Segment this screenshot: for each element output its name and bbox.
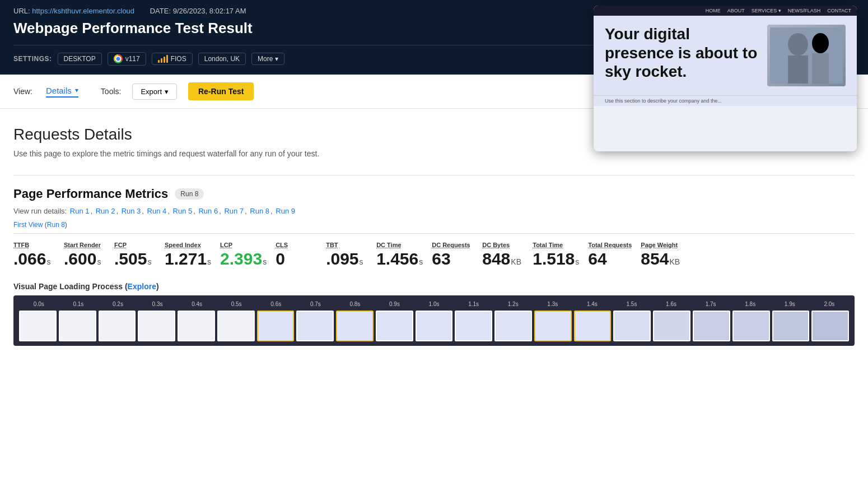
- run-link-5[interactable]: Run 5: [173, 207, 193, 215]
- run-links: View run details: Run 1, Run 2, Run 3, R…: [13, 207, 855, 215]
- header-bar: URL: https://kshthuvr.elementor.cloud DA…: [0, 0, 868, 75]
- metric-item-fcp: FCP .505s: [114, 239, 165, 271]
- run-badge: Run 8: [175, 188, 204, 200]
- timeline-frame[interactable]: [494, 311, 532, 341]
- export-button[interactable]: Export ▾: [132, 84, 177, 100]
- view-label: View:: [13, 87, 32, 96]
- frame-inner: [218, 312, 254, 340]
- timeline-frame[interactable]: [574, 311, 612, 341]
- run-link-3[interactable]: Run 3: [122, 207, 141, 215]
- frame-inner: [100, 312, 135, 340]
- fios-label: FIOS: [171, 55, 186, 63]
- metric-label: DC Time: [376, 242, 423, 248]
- view-select[interactable]: Details ▾: [46, 86, 78, 98]
- metric-value: 848KB: [482, 249, 524, 268]
- timeline-frame[interactable]: [138, 311, 175, 341]
- timeline-tick: 1.2s: [493, 301, 533, 307]
- thumb-image-block: [767, 25, 846, 86]
- timeline-frame[interactable]: [772, 311, 810, 341]
- metric-unit: KB: [669, 257, 680, 266]
- date-label: DATE: 9/26/2023, 8:02:17 AM: [150, 7, 246, 15]
- timeline-container: 0.0s0.1s0.2s0.3s0.4s0.5s0.6s0.7s0.8s0.9s…: [13, 295, 855, 346]
- desktop-badge: DESKTOP: [58, 53, 102, 65]
- timeline-frame[interactable]: [613, 311, 651, 341]
- bars-icon: [158, 55, 168, 63]
- timeline-tick: 2.0s: [810, 301, 850, 307]
- url-link[interactable]: https://kshthuvr.elementor.cloud: [32, 7, 134, 15]
- timeline-frame[interactable]: [653, 311, 690, 341]
- export-label: Export: [141, 87, 162, 96]
- timeline-frame[interactable]: [19, 311, 57, 341]
- metric-item-total-requests: Total Requests 64: [588, 239, 641, 271]
- metric-label: DC Bytes: [482, 242, 524, 248]
- timeline-frame[interactable]: [59, 311, 96, 341]
- run-link-1[interactable]: Run 1: [70, 207, 90, 215]
- screenshot-thumbnail: HOME ABOUT SERVICES ▾ NEWS/FLASH CONTACT…: [594, 6, 857, 151]
- timeline-frame[interactable]: [811, 311, 849, 341]
- timeline-frame[interactable]: [416, 311, 453, 341]
- timeline-frame[interactable]: [296, 311, 334, 341]
- frame-inner: [258, 312, 293, 340]
- run-link-8[interactable]: Run 8: [250, 207, 269, 215]
- frame-inner: [575, 312, 610, 340]
- frame-inner: [614, 312, 650, 340]
- metric-item-ttfb: TTFB .066s: [13, 239, 64, 271]
- run-link-2[interactable]: Run 2: [96, 207, 115, 215]
- frame-inner: [179, 312, 214, 340]
- timeline-tick: 1.4s: [572, 301, 612, 307]
- run-link-4[interactable]: Run 4: [147, 207, 167, 215]
- timeline-frame[interactable]: [99, 311, 136, 341]
- metric-item-speed-index: Speed Index 1.271s: [165, 239, 220, 271]
- metric-value: 64: [588, 249, 632, 268]
- timeline-frame[interactable]: [178, 311, 215, 341]
- timeline-tick: 0.1s: [59, 301, 99, 307]
- metric-value: 63: [432, 249, 473, 268]
- timeline-tick: 0.9s: [375, 301, 414, 307]
- run-link-9[interactable]: Run 9: [276, 207, 295, 215]
- svg-rect-2: [788, 55, 808, 84]
- timeline-frame[interactable]: [534, 311, 572, 341]
- chrome-icon: [114, 54, 123, 63]
- timeline-ticks: 0.0s0.1s0.2s0.3s0.4s0.5s0.6s0.7s0.8s0.9s…: [19, 301, 849, 307]
- date-value: 9/26/2023, 8:02:17 AM: [173, 7, 246, 15]
- explore-link[interactable]: Explore: [128, 282, 156, 291]
- timeline-frame[interactable]: [257, 311, 295, 341]
- timeline-frame[interactable]: [376, 311, 413, 341]
- run-link-6[interactable]: Run 6: [198, 207, 218, 215]
- chrome-badge: v117: [108, 52, 146, 66]
- thumb-content: Your digital presence is about to sky ro…: [594, 16, 857, 95]
- timeline-frame[interactable]: [217, 311, 255, 341]
- metric-label: TTFB: [13, 242, 55, 248]
- metric-value: 1.271s: [165, 249, 211, 268]
- url-label: URL:: [13, 7, 30, 15]
- timeline-tick: 1.8s: [730, 301, 770, 307]
- frame-inner: [535, 312, 571, 340]
- nav-services: SERVICES ▾: [752, 8, 781, 13]
- frame-inner: [813, 312, 848, 340]
- more-button[interactable]: More ▾: [251, 53, 284, 65]
- timeline-frame[interactable]: [336, 311, 374, 341]
- metric-item-dc-requests: DC Requests 63: [432, 239, 482, 271]
- run-link-7[interactable]: Run 7: [224, 207, 244, 215]
- metric-item-cls: CLS 0: [276, 239, 326, 271]
- metric-label: LCP: [220, 242, 267, 248]
- thumb-nav-bar: HOME ABOUT SERVICES ▾ NEWS/FLASH CONTACT: [594, 6, 857, 16]
- metric-unit: s: [575, 257, 579, 266]
- metric-label: DC Requests: [432, 242, 473, 248]
- timeline-tick: 1.0s: [414, 301, 454, 307]
- timeline-frame[interactable]: [693, 311, 730, 341]
- metrics-section: Page Performance Metrics Run 8 View run …: [13, 187, 855, 271]
- section-divider: [13, 175, 855, 175]
- location-badge: London, UK: [198, 53, 246, 65]
- timeline-tick: 0.8s: [335, 301, 375, 307]
- rerun-button[interactable]: Re-Run Test: [188, 82, 254, 100]
- frame-inner: [773, 312, 809, 340]
- metric-unit: s: [97, 257, 101, 266]
- nav-home: HOME: [706, 8, 721, 13]
- timeline-frame[interactable]: [455, 311, 492, 341]
- metric-item-start-render: Start Render .600s: [64, 239, 114, 271]
- metric-item-total-time: Total Time 1.518s: [533, 239, 588, 271]
- svg-rect-4: [812, 53, 829, 84]
- metric-label: Start Render: [64, 242, 105, 248]
- timeline-frame[interactable]: [732, 311, 770, 341]
